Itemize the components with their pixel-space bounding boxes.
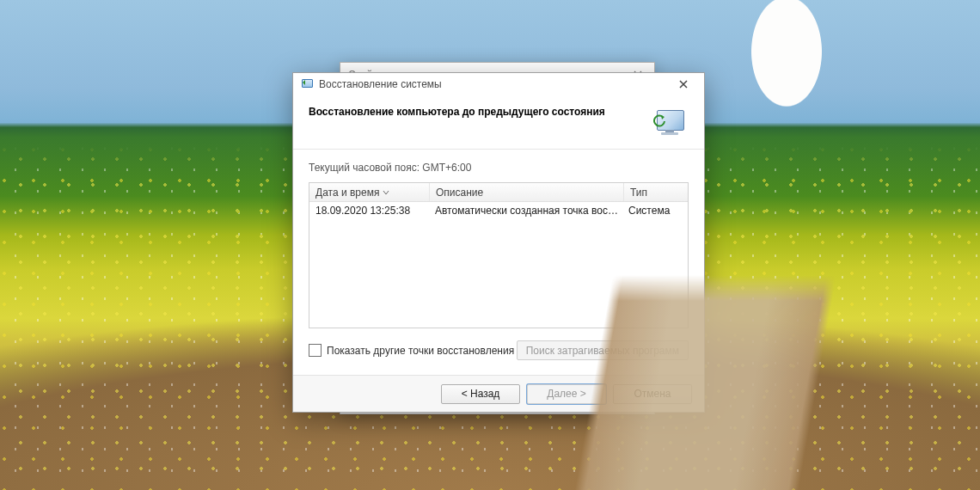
row-datetime: 18.09.2020 13:25:38 [309,205,429,217]
show-other-points-label: Показать другие точки восстановления [327,345,514,357]
close-button[interactable] [668,75,699,94]
show-other-points-checkbox[interactable]: Показать другие точки восстановления [309,344,514,357]
timezone-label: Текущий часовой пояс: GMT+6:00 [309,162,689,174]
dialog-body: Текущий часовой пояс: GMT+6:00 Дата и вр… [293,150,704,360]
dialog-titlebar[interactable]: Восстановление системы [293,73,704,95]
scan-affected-programs-button[interactable]: Поиск затрагиваемых программ [517,340,689,360]
column-type-label: Тип [630,187,647,199]
column-datetime-label: Дата и время [315,187,379,199]
sort-descending-icon [383,189,389,196]
checkbox-icon [309,344,322,357]
back-button[interactable]: < Назад [441,384,520,404]
next-button[interactable]: Далее > [527,384,606,404]
row-type: Система [622,205,688,217]
list-body[interactable]: 18.09.2020 13:25:38 Автоматически создан… [309,202,688,328]
desktop-wallpaper: Свойства системы Восстановление системы … [0,0,980,490]
separator [293,149,704,150]
column-datetime[interactable]: Дата и время [309,183,430,201]
restore-points-list[interactable]: Дата и время Описание Тип 18.09.2020 13 [309,182,689,328]
column-description-label: Описание [436,187,483,199]
system-restore-icon [300,77,314,91]
cancel-button[interactable]: Отмена [613,384,692,404]
dialog-heading: Восстановление компьютера до предыдущего… [309,106,644,137]
row-description: Автоматически созданная точка восстановл… [429,205,622,217]
column-type[interactable]: Тип [624,183,688,201]
system-restore-dialog: Восстановление системы Восстановление ко… [292,72,705,413]
dialog-header: Восстановление компьютера до предыдущего… [293,95,704,149]
dialog-footer: < Назад Далее > Отмена [293,375,704,412]
list-header[interactable]: Дата и время Описание Тип [309,183,688,202]
system-properties-title: Свойства системы [340,69,622,81]
column-description[interactable]: Описание [430,183,624,201]
close-icon[interactable] [622,63,654,87]
system-properties-dialog: Свойства системы [340,62,655,414]
restore-computer-icon [652,106,689,137]
system-properties-titlebar: Свойства системы [340,63,654,88]
dialog-title: Восстановление системы [319,78,668,90]
restore-point-row[interactable]: 18.09.2020 13:25:38 Автоматически создан… [309,202,688,218]
